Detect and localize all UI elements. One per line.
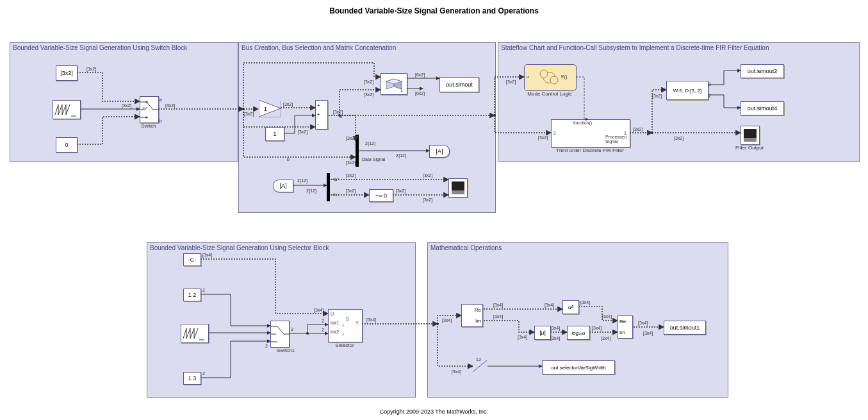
svg-marker-7 [259, 100, 281, 117]
sel-S: S [346, 317, 349, 321]
svg-rect-16 [744, 129, 757, 138]
scope-1[interactable] [448, 178, 468, 197]
constant-C[interactable]: -C- [183, 253, 201, 266]
log10-block[interactable]: log₁₀u [567, 326, 590, 340]
counter-limited-block[interactable] [53, 100, 81, 119]
complex-to-reim[interactable]: Re Im [461, 304, 483, 327]
chart-u: u [527, 74, 529, 79]
from-A[interactable]: [A] [273, 180, 293, 192]
sel-I1: Idx1 [331, 321, 339, 325]
out-simout4[interactable]: out.simout4 [741, 101, 784, 115]
scope-filter-output[interactable] [741, 126, 760, 145]
matrix-concat-block[interactable]: 1 [381, 73, 407, 95]
fir-outname: Processed Signal [605, 135, 626, 144]
fir-in1: 1 [553, 131, 556, 135]
bus-in-b: b [287, 157, 290, 162]
svg-rect-13 [452, 190, 464, 194]
sum-plus1: + [317, 103, 320, 108]
port-im2: Im [619, 330, 625, 335]
switch-label: Switch [140, 123, 158, 129]
constant-zero[interactable]: 0 [56, 137, 78, 153]
out-simout[interactable]: out.simout [439, 77, 479, 92]
abs-block[interactable]: |u| [534, 326, 551, 340]
switch-port-b: b [160, 119, 162, 123]
chart-E: E() [561, 74, 567, 79]
chart-label: Mode Control Logic [524, 91, 575, 97]
region2-title: Bus Creation, Bus Selection and Matrix C… [242, 44, 396, 51]
constant-1-2[interactable]: 1 2 [183, 289, 201, 301]
sel-I2: Idx2 [331, 330, 339, 334]
out-selector-width[interactable]: out.selectorVarSigWidth [542, 360, 615, 374]
sum-block[interactable]: + + - [315, 100, 328, 130]
bus-selector[interactable] [327, 173, 330, 201]
constant-1-3[interactable]: 1 3 [183, 372, 201, 385]
sel-1b: 1 [342, 332, 344, 336]
switch1-label: Switch1 [273, 348, 299, 353]
sel-b: <b> [332, 192, 340, 197]
svg-point-14 [540, 70, 548, 78]
fir-fcn: function() [573, 121, 592, 125]
switch-op: >= [142, 106, 147, 110]
sum-plus2: + [317, 112, 320, 117]
square-block[interactable]: u² [562, 300, 579, 314]
width-val: 12 [476, 357, 481, 362]
svg-marker-10 [386, 79, 402, 84]
svg-marker-9 [394, 79, 402, 89]
width-block[interactable] [473, 360, 487, 372]
delay-port2a: 2 [708, 82, 711, 87]
counter-limited-2[interactable] [181, 324, 209, 343]
copyright: Copyright 2009-2023 The MathWorks, Inc. [0, 408, 868, 415]
port-re2: Re [619, 319, 626, 324]
sum-out-a: a [340, 114, 342, 119]
svg-rect-12 [452, 181, 464, 190]
compare-neq0[interactable]: ~= 0 [369, 189, 393, 202]
sel-a: <a> [332, 177, 340, 181]
svg-line-23 [473, 360, 487, 372]
region1-title: Bounded Variable-Size Signal Generation … [13, 44, 187, 51]
region5-title: Mathematical Operations [430, 244, 502, 251]
stateflow-chart[interactable] [524, 64, 577, 91]
sel-U: U [331, 312, 334, 316]
svg-marker-8 [386, 79, 394, 89]
switch1-block[interactable] [270, 321, 290, 348]
bus-name: Data Signal [362, 157, 385, 162]
svg-line-21 [277, 326, 284, 334]
reim-to-complex[interactable]: Re Im [618, 315, 633, 339]
gain-block[interactable]: 1 [259, 100, 281, 117]
sel-Y: Y [356, 321, 359, 325]
out-simout2[interactable]: out.simout2 [741, 64, 784, 78]
out-simout1[interactable]: out.simout1 [664, 321, 706, 335]
scope-label: Filter Output [730, 145, 769, 151]
port-im: Im [475, 318, 481, 324]
region3-title: Stateflow Chart and Function-Call Subsys… [501, 44, 769, 51]
svg-line-3 [147, 102, 153, 110]
gain-value: 1 [264, 106, 267, 112]
delay-block[interactable]: W:6, D:[3, 2] [666, 81, 708, 100]
svg-text:1: 1 [400, 88, 403, 92]
constant-3x2[interactable]: [3x2] [56, 65, 78, 81]
svg-point-15 [550, 76, 558, 84]
fir-label: Third order Discrete FIR Filter [543, 147, 637, 153]
switch-port-a: a [160, 97, 162, 102]
sel-1a: 1 [342, 323, 344, 327]
delay-port2b: 2 [708, 94, 711, 98]
port-re: Re [475, 307, 481, 313]
sum-minus: - [317, 121, 319, 127]
svg-point-6 [146, 117, 148, 119]
selector-label: Selector [328, 342, 361, 348]
svg-point-5 [146, 101, 148, 103]
constant-one[interactable]: 1 [265, 127, 284, 141]
svg-rect-17 [744, 138, 757, 142]
region-switch-generation: Bounded Variable-Size Signal Generation … [10, 42, 238, 162]
region4-title: Bounded Variable-Size Signal Generation … [150, 244, 329, 251]
bus-creator[interactable] [356, 135, 359, 167]
switch1-port2: 2 [265, 344, 268, 348]
diagram-title: Bounded Variable-Size Signal Generation … [0, 6, 868, 15]
goto-A[interactable]: [A] [429, 145, 450, 158]
